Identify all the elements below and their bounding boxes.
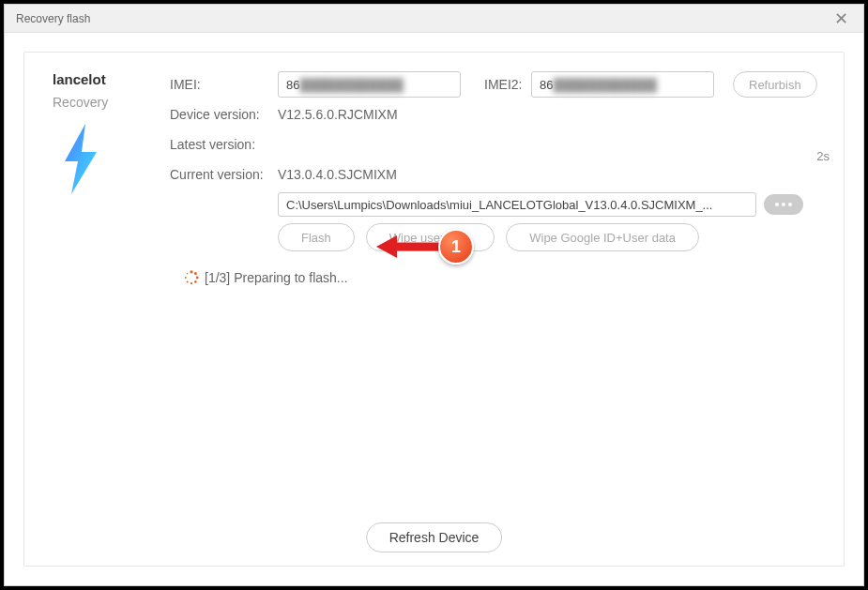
wipe-google-button[interactable]: Wipe Google ID+User data: [506, 223, 699, 251]
spinner-icon: [184, 270, 199, 285]
window: Recovery flash ✕ lancelot Recovery: [4, 4, 864, 586]
status-text: [1/3] Preparing to flash...: [205, 270, 348, 285]
arrow-icon: [376, 233, 442, 261]
content: lancelot Recovery: [5, 33, 863, 585]
more-button[interactable]: [764, 194, 803, 215]
svg-point-2: [196, 277, 199, 280]
imei-row: IMEI: 86████████████ IMEI2: 86██████████…: [170, 71, 817, 98]
current-version-value: V13.0.4.0.SJCMIXM: [278, 167, 397, 182]
svg-point-3: [194, 280, 197, 283]
device-version-label: Device version:: [170, 107, 278, 122]
timer: 2s: [816, 149, 830, 163]
imei2-input[interactable]: 86████████████: [531, 71, 714, 98]
status-row: [1/3] Preparing to flash...: [184, 270, 817, 285]
latest-version-row: Latest version:: [170, 131, 817, 158]
path-row: C:\Users\Lumpics\Downloads\miui_LANCELOT…: [278, 191, 817, 218]
action-buttons: Flash Wipe user data Wipe Google ID+User…: [278, 223, 817, 251]
annotation-badge: 1: [438, 229, 474, 265]
flash-button[interactable]: Flash: [278, 223, 355, 251]
refresh-device-button[interactable]: Refresh Device: [366, 522, 503, 552]
annotation: 1: [376, 229, 474, 265]
device-name: lancelot: [53, 71, 146, 87]
imei-input[interactable]: 86████████████: [278, 71, 461, 98]
device-mode: Recovery: [53, 95, 146, 110]
device-info: lancelot Recovery: [53, 71, 146, 285]
refurbish-button[interactable]: Refurbish: [733, 71, 817, 98]
device-version-value: V12.5.6.0.RJCMIXM: [278, 107, 398, 122]
window-title: Recovery flash: [16, 12, 90, 25]
inner-panel: lancelot Recovery: [23, 52, 845, 567]
current-version-label: Current version:: [170, 167, 278, 182]
titlebar: Recovery flash ✕: [5, 5, 863, 33]
svg-point-1: [194, 272, 197, 275]
imei2-label: IMEI2:: [484, 77, 531, 92]
current-version-row: Current version: V13.0.4.0.SJCMIXM: [170, 161, 817, 188]
device-version-row: Device version: V12.5.6.0.RJCMIXM: [170, 101, 817, 128]
svg-point-7: [187, 273, 189, 275]
svg-point-0: [190, 270, 192, 273]
svg-point-6: [185, 277, 187, 279]
svg-point-4: [190, 282, 192, 284]
latest-version-label: Latest version:: [170, 137, 278, 152]
imei-label: IMEI:: [170, 77, 278, 92]
lightning-icon: [57, 124, 146, 198]
close-icon[interactable]: ✕: [829, 8, 854, 29]
path-input[interactable]: C:\Users\Lumpics\Downloads\miui_LANCELOT…: [278, 192, 756, 217]
svg-point-5: [187, 280, 189, 282]
device-details: IMEI: 86████████████ IMEI2: 86██████████…: [170, 71, 817, 285]
